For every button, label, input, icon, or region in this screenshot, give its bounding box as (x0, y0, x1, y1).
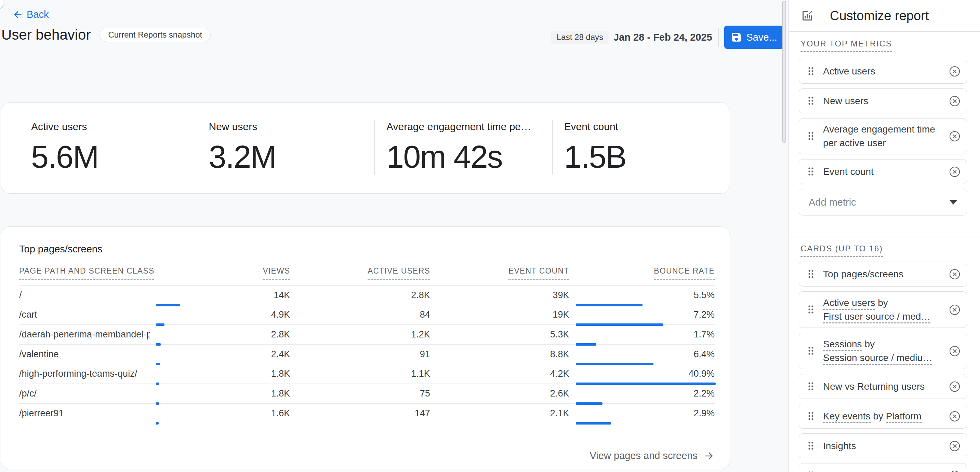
remove-card-button[interactable] (949, 345, 961, 357)
remove-metric-button[interactable] (949, 130, 961, 142)
cell-event-count: 2.1K (430, 408, 570, 419)
card-item[interactable]: Top pages/screens (799, 261, 967, 287)
drag-handle[interactable] (808, 411, 814, 421)
drag-handle-icon (808, 269, 814, 279)
table-row[interactable]: /daerah-penerima-membandel-peny…2.8K1.2K… (19, 325, 715, 345)
arrow-right-icon (704, 450, 715, 461)
drag-handle-icon (808, 382, 814, 392)
metric-item[interactable]: Event count (799, 159, 967, 184)
cell-bounce-rate: 7.2% (569, 309, 715, 320)
table-row[interactable]: /pierreer911.6K1472.1K2.9% (19, 404, 715, 423)
drag-handle-icon (808, 411, 814, 421)
drag-handle[interactable] (808, 269, 814, 279)
back-label: Back (27, 9, 49, 20)
metric-item[interactable]: Active users (799, 59, 967, 84)
drag-handle-icon (808, 96, 814, 106)
drag-handle[interactable] (808, 470, 814, 472)
cell-views: 4.9K (150, 309, 290, 320)
header-divider (718, 28, 719, 47)
cell-views: 14K (150, 290, 290, 301)
column-header-page-path[interactable]: PAGE PATH AND SCREEN CLASS (19, 266, 150, 280)
cell-bounce-rate: 40.9% (569, 369, 715, 379)
drag-handle[interactable] (808, 441, 814, 451)
remove-metric-button[interactable] (949, 95, 961, 107)
column-header-views[interactable]: VIEWS (150, 266, 290, 280)
view-pages-link-label: View pages and screens (590, 450, 698, 461)
remove-card-button[interactable] (949, 381, 961, 393)
remove-card-button[interactable] (949, 410, 961, 422)
card-item[interactable]: Key events by Platform (799, 404, 967, 429)
drag-handle[interactable] (808, 96, 814, 106)
add-metric-placeholder: Add metric (809, 197, 950, 208)
remove-circle-icon (949, 381, 961, 393)
offscreen-panel-corner (0, 0, 3, 9)
save-icon (731, 32, 742, 43)
table-row[interactable]: /14K2.8K39K5.5% (19, 285, 715, 305)
cell-page-path: /pierreer91 (19, 408, 150, 419)
save-button[interactable]: Save... (724, 25, 784, 49)
header-date-controls: Last 28 days Jan 28 - Feb 24, 2025 Save.… (551, 25, 784, 49)
card-item[interactable]: New vs Returning users (799, 374, 967, 399)
drag-handle-icon (808, 66, 814, 76)
scorecard-label: New users (209, 120, 375, 133)
card-item-label: Active users by City (823, 465, 949, 472)
scorecard-label: Event count (564, 120, 730, 133)
sidebar-title: Customize report (830, 8, 929, 23)
cell-active-users: 1.2K (290, 329, 430, 340)
column-header-bounce-rate[interactable]: BOUNCE RATE (570, 266, 715, 280)
cards-list: Top pages/screensActive users byFirst us… (799, 261, 967, 472)
scorecard-value: 3.2M (209, 140, 375, 174)
card-item[interactable]: Active users byFirst user source / med… (799, 291, 967, 328)
main-scrollbar-thumb[interactable] (782, 1, 786, 143)
drag-handle-icon (808, 167, 814, 177)
drag-handle-icon (808, 131, 814, 141)
drag-handle-icon (808, 346, 814, 356)
remove-circle-icon (949, 410, 961, 422)
card-item[interactable]: Sessions bySession source / mediu… (799, 333, 967, 369)
remove-metric-button[interactable] (949, 66, 961, 77)
back-arrow-icon (12, 9, 23, 20)
sidebar-header: Customize report (789, 0, 980, 32)
cell-bounce-rate: 6.4% (569, 349, 715, 360)
metric-item[interactable]: Average engagement time per active user (799, 118, 967, 154)
drag-handle[interactable] (808, 305, 814, 315)
remove-card-button[interactable] (949, 304, 961, 315)
drag-handle[interactable] (808, 382, 814, 392)
save-label: Save... (746, 32, 777, 43)
drag-handle[interactable] (808, 346, 814, 356)
remove-card-button[interactable] (949, 268, 961, 280)
view-pages-link[interactable]: View pages and screens (590, 450, 715, 461)
back-button[interactable]: Back (12, 9, 49, 20)
cell-event-count: 39K (430, 290, 570, 301)
table-body: /14K2.8K39K5.5%/cart4.9K8419K7.2%/daerah… (19, 285, 715, 423)
drag-handle[interactable] (808, 131, 814, 141)
scorecard: New users3.2M (197, 120, 375, 193)
cell-page-path: /cart (19, 309, 150, 320)
table-row[interactable]: /valentine2.4K918.8K6.4% (19, 345, 715, 364)
card-item[interactable]: Insights (799, 433, 967, 458)
metric-item[interactable]: New users (799, 89, 967, 113)
cell-bounce-rate: 5.5% (569, 290, 715, 301)
drag-handle[interactable] (808, 167, 814, 177)
add-metric-dropdown[interactable]: Add metric (799, 189, 967, 215)
cell-page-path: /daerah-penerima-membandel-peny… (19, 329, 150, 340)
remove-circle-icon (949, 66, 961, 77)
remove-card-button[interactable] (949, 470, 961, 472)
column-header-event-count[interactable]: EVENT COUNT (430, 266, 570, 280)
date-preset-chip[interactable]: Last 28 days (551, 31, 609, 44)
date-range[interactable]: Jan 28 - Feb 24, 2025 (613, 32, 712, 43)
table-row[interactable]: /cart4.9K8419K7.2% (19, 305, 715, 325)
remove-circle-icon (949, 166, 961, 177)
remove-circle-icon (949, 470, 961, 472)
table-row[interactable]: /p/c/1.8K752.6K2.2% (19, 384, 715, 404)
scorecard: Average engagement time pe…10m 42s (374, 120, 552, 193)
remove-card-button[interactable] (949, 440, 961, 452)
table-row[interactable]: /high-performing-teams-quiz/1.8K1.1K4.2K… (19, 364, 715, 384)
remove-metric-button[interactable] (949, 166, 961, 177)
drag-handle[interactable] (808, 66, 814, 76)
table-title: Top pages/screens (19, 227, 715, 255)
remove-circle-icon (949, 345, 961, 357)
card-item[interactable]: Active users by City (799, 463, 967, 472)
cell-views: 2.4K (150, 349, 290, 360)
column-header-active-users[interactable]: ACTIVE USERS (290, 266, 431, 280)
